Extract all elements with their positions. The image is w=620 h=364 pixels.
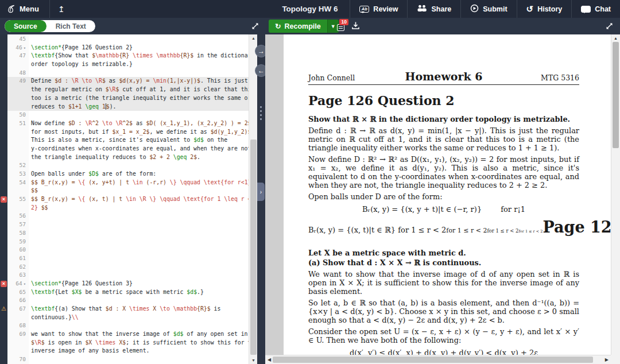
- code-text[interactable]: [29, 355, 249, 364]
- divider-drag-handle[interactable]: [260, 106, 262, 120]
- pdf-hscrollbar-thumb[interactable]: [273, 357, 593, 363]
- history-button[interactable]: ↺ History: [517, 0, 572, 18]
- code-text[interactable]: [29, 161, 249, 170]
- pdf-vertical-scrollbar[interactable]: ▲ ▼: [611, 34, 620, 364]
- up-arrow-button[interactable]: ↥: [50, 0, 73, 18]
- recompile-button[interactable]: ↻ Recompile: [269, 20, 327, 33]
- pdf-horizontal-scrollbar[interactable]: ◀ ▶: [265, 355, 611, 364]
- pane-divider[interactable]: → ← ›: [257, 34, 265, 364]
- code-text[interactable]: $$ B_r(x,y) = \{ (x, y+t) | t \in (-r,r)…: [29, 179, 249, 187]
- fold-caret-icon[interactable]: ▾: [24, 282, 26, 286]
- pdf-equation-part: for 1 ≤ r < 2: [487, 228, 518, 234]
- code-text[interactable]: 2} $$: [29, 204, 249, 212]
- code-text[interactable]: y-coordinates when x-coordinates are equ…: [29, 145, 249, 153]
- menu-button[interactable]: Menu: [0, 0, 50, 18]
- gutter-marker[interactable]: ×: [0, 280, 7, 288]
- code-text[interactable]: [29, 212, 249, 220]
- editor-row: 63: [0, 271, 249, 280]
- submit-icon: [470, 4, 479, 14]
- gutter-spacer: [0, 229, 7, 238]
- code-text[interactable]: [29, 69, 249, 78]
- pdf-fullscreen-button[interactable]: [605, 22, 614, 31]
- scroll-left-icon[interactable]: ◀: [268, 357, 271, 362]
- gutter-spacer: [0, 153, 7, 162]
- editor-row: 46▾\section*{Page 126 Question 2}: [0, 44, 249, 52]
- scroll-right-icon[interactable]: ▶: [605, 357, 609, 362]
- code-text[interactable]: [29, 254, 249, 263]
- code-text[interactable]: [29, 111, 249, 119]
- pdf-vscrollbar-thumb[interactable]: [613, 42, 619, 148]
- code-text[interactable]: order topology is metrizable.}: [29, 60, 249, 69]
- code-text[interactable]: Now define $D : \R^2 \to \R^2$ as $D( (x…: [29, 119, 249, 128]
- share-icon: [417, 5, 427, 14]
- scroll-down-icon[interactable]: ▼: [249, 358, 257, 362]
- code-text[interactable]: $$: [29, 187, 249, 195]
- editor-scrollbar[interactable]: ▲ ▼: [249, 34, 257, 364]
- gutter-spacer: [0, 52, 7, 60]
- code-text[interactable]: [29, 322, 249, 330]
- scroll-up-icon[interactable]: ▲: [611, 36, 620, 40]
- editor-row: $$: [0, 187, 249, 195]
- editor-fullscreen-button[interactable]: [251, 22, 260, 31]
- pdf-equation-part: for 1 ≤ r < 2: [396, 226, 446, 234]
- line-number: 56: [7, 212, 29, 220]
- share-button[interactable]: Share: [407, 0, 460, 18]
- code-text[interactable]: too is a metric (the triangle inequality…: [29, 94, 249, 103]
- code-text[interactable]: $$ B_r(x,y) = \{ (x, t) | t \in \R \} \q…: [29, 195, 249, 204]
- code-text[interactable]: [29, 296, 249, 305]
- code-text[interactable]: Define $d : \R \to \R$ as $d(x,y) = \min…: [29, 77, 249, 86]
- code-text[interactable]: $\R$ is open in $X \times X$; it is suff…: [29, 339, 249, 347]
- logs-button[interactable]: 10: [336, 21, 348, 32]
- line-number: [7, 103, 29, 111]
- code-text[interactable]: Open balls under $D$ are of the form:: [29, 170, 249, 179]
- editor-scrollbar-thumb[interactable]: [250, 140, 257, 355]
- code-text[interactable]: \section*{Page 126 Question 2}: [29, 44, 249, 52]
- code-text[interactable]: [29, 246, 249, 254]
- code-text[interactable]: reduces to $1+1 \geq 1$).: [29, 103, 249, 111]
- line-number: 55: [7, 195, 29, 204]
- code-text[interactable]: \textbf{Let $X$ be a metric space with m…: [29, 288, 249, 297]
- review-button[interactable]: Ab Review: [350, 0, 407, 18]
- code-text[interactable]: [29, 263, 249, 272]
- code-text[interactable]: [29, 220, 249, 229]
- code-text[interactable]: the regular metric on $\R$ cut off at 1,…: [29, 86, 249, 94]
- gutter-marker[interactable]: ×: [0, 195, 7, 204]
- download-pdf-button[interactable]: [351, 21, 361, 30]
- code-text[interactable]: [29, 238, 249, 246]
- error-marker-icon[interactable]: ×: [1, 196, 7, 203]
- code-text[interactable]: \section*{Page 126 Question 3}: [29, 280, 249, 288]
- gutter-marker[interactable]: ⚠: [0, 305, 7, 313]
- code-text[interactable]: This is also a metric, since it's equiva…: [29, 136, 249, 145]
- code-text[interactable]: the triangle inequality reduces to $2 + …: [29, 153, 249, 162]
- submit-button[interactable]: Submit: [460, 0, 516, 18]
- fold-caret-icon[interactable]: ▾: [24, 46, 26, 51]
- code-text[interactable]: [29, 35, 249, 44]
- code-text[interactable]: \textbf{(a) Show that $d : X \times X \t…: [29, 305, 249, 313]
- editor-row: 53Open balls under $D$ are of the form:: [0, 170, 249, 179]
- pdf-equation: Bᵣ(x, y) = {(x, y + t)|t ∈ (−r, r)} for …: [308, 205, 579, 214]
- code-text[interactable]: for most inputs, but if $x_1 = x_2$, we …: [29, 128, 249, 137]
- code-text[interactable]: continuous.}\\: [29, 313, 249, 322]
- rich-text-mode-button[interactable]: Rich Text: [46, 20, 95, 32]
- gutter-spacer: [0, 246, 7, 254]
- source-mode-button[interactable]: Source: [5, 20, 46, 32]
- code-text[interactable]: \textbf{Show that $\mathbb{R} \times \ma…: [29, 52, 249, 60]
- line-number: 61: [7, 254, 29, 263]
- editor-row: the regular metric on $\R$ cut off at 1,…: [0, 86, 249, 94]
- scroll-up-icon[interactable]: ▲: [249, 36, 257, 40]
- code-text[interactable]: inverse image of any basis element.: [29, 347, 249, 355]
- chat-button[interactable]: Chat: [571, 0, 620, 18]
- code-text[interactable]: [29, 271, 249, 280]
- pdf-course-code: MTG 5316: [482, 73, 579, 82]
- gutter-spacer: [0, 238, 7, 246]
- code-text[interactable]: we want to show that the inverse image o…: [29, 330, 249, 339]
- pdf-page-content: John ConnellHomework 6MTG 5316Page 126 Q…: [284, 34, 604, 364]
- warning-marker-icon[interactable]: ⚠: [1, 306, 6, 312]
- pdf-paragraph: Let X be a metric space with metric d.: [308, 249, 579, 257]
- line-number: 66: [7, 296, 29, 305]
- divider-collapse-tab[interactable]: ›: [257, 183, 265, 201]
- editor-row: the triangle inequality reduces to $2 + …: [0, 153, 249, 162]
- code-text[interactable]: [29, 229, 249, 238]
- error-marker-icon[interactable]: ×: [1, 281, 7, 287]
- gutter-spacer: [0, 313, 7, 322]
